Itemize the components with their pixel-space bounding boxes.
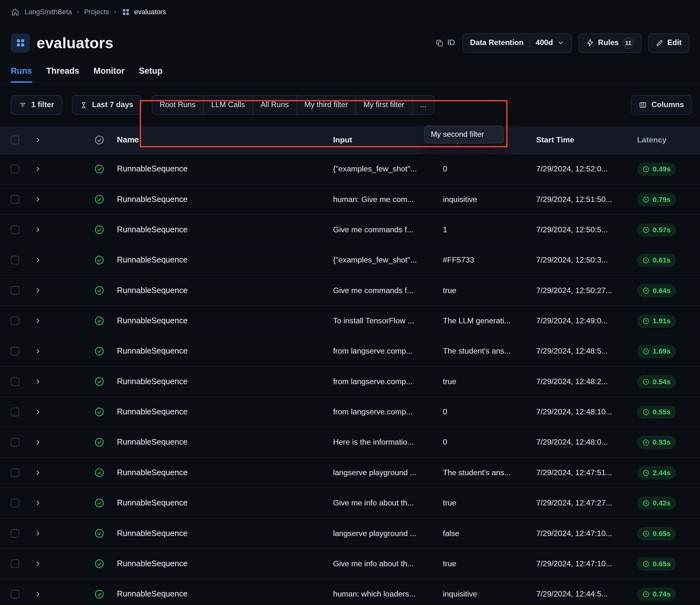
tab-runs[interactable]: Runs (11, 66, 32, 82)
table-row[interactable]: RunnableSequence from langserve.comp... … (0, 336, 700, 366)
expand-chevron-icon[interactable] (26, 591, 49, 598)
expand-chevron-icon[interactable] (26, 318, 49, 324)
row-checkbox[interactable] (11, 226, 19, 234)
row-checkbox[interactable] (11, 529, 19, 537)
row-checkbox[interactable] (11, 165, 19, 173)
expand-chevron-icon[interactable] (26, 196, 49, 202)
row-checkbox[interactable] (11, 590, 19, 598)
table-row[interactable]: RunnableSequence human: which loaders...… (0, 579, 700, 605)
table-row[interactable]: RunnableSequence Give me info about th..… (0, 549, 700, 579)
run-name[interactable]: RunnableSequence (114, 195, 333, 204)
success-status-icon (85, 164, 114, 174)
run-output: inquisitive (443, 589, 536, 599)
table-row[interactable]: RunnableSequence from langserve.comp... … (0, 366, 700, 397)
table-row[interactable]: RunnableSequence {"examples_few_shot"...… (0, 245, 700, 275)
table-row[interactable]: RunnableSequence Give me commands f... 1… (0, 215, 700, 245)
filters-button[interactable]: 1 filter (11, 95, 62, 115)
rules-button[interactable]: Rules 11 (578, 33, 642, 53)
expand-chevron-icon[interactable] (26, 469, 49, 476)
run-name[interactable]: RunnableSequence (114, 286, 333, 295)
run-name[interactable]: RunnableSequence (114, 225, 333, 235)
clock-icon (642, 196, 650, 203)
row-checkbox[interactable] (11, 438, 19, 446)
time-range-button[interactable]: Last 7 days (72, 95, 142, 115)
run-name[interactable]: RunnableSequence (114, 498, 333, 508)
table-row[interactable]: RunnableSequence Give me info about th..… (0, 488, 700, 518)
run-name[interactable]: RunnableSequence (114, 559, 333, 568)
filter-tab-root-runs[interactable]: Root Runs (152, 95, 203, 115)
run-name[interactable]: RunnableSequence (114, 256, 333, 265)
run-name[interactable]: RunnableSequence (114, 164, 333, 174)
row-checkbox[interactable] (11, 195, 19, 203)
row-checkbox[interactable] (11, 499, 19, 507)
columns-button[interactable]: Columns (631, 95, 692, 115)
filter-tab-llm-calls[interactable]: LLM Calls (203, 95, 253, 115)
row-checkbox[interactable] (11, 560, 19, 568)
home-icon[interactable] (11, 7, 20, 16)
run-name[interactable]: RunnableSequence (114, 377, 333, 386)
copy-id-button[interactable]: ID (435, 39, 455, 47)
tab-monitor[interactable]: Monitor (94, 66, 125, 82)
column-header-start-time[interactable]: Start Time (536, 135, 637, 145)
expand-chevron-icon[interactable] (26, 257, 49, 263)
edit-button[interactable]: Edit (648, 33, 689, 53)
table-row[interactable]: RunnableSequence langserve playground ..… (0, 518, 700, 549)
run-name[interactable]: RunnableSequence (114, 589, 333, 599)
column-header-latency[interactable]: Latency (637, 135, 700, 145)
filter-tab-all-runs[interactable]: All Runs (252, 95, 297, 115)
row-checkbox[interactable] (11, 468, 19, 477)
tab-setup[interactable]: Setup (139, 66, 162, 82)
run-name[interactable]: RunnableSequence (114, 407, 333, 416)
clock-icon (642, 226, 650, 234)
row-checkbox[interactable] (11, 377, 19, 386)
expand-chevron-icon[interactable] (26, 166, 49, 172)
latency-badge: 0.65s (637, 527, 676, 540)
breadcrumb-item-projects[interactable]: Projects (84, 8, 109, 16)
header-actions: ID Data Retention 400d Rules 11 (435, 33, 689, 53)
row-checkbox[interactable] (11, 317, 19, 325)
tab-threads[interactable]: Threads (46, 66, 79, 82)
filter-tab-my-third-filter[interactable]: My third filter (296, 95, 356, 115)
latency-value: 0.65s (653, 529, 671, 537)
expand-chevron-icon[interactable] (26, 348, 49, 355)
rules-count-badge: 11 (623, 37, 634, 48)
expand-chevron-icon[interactable] (26, 560, 49, 567)
expand-chevron-icon[interactable] (26, 409, 49, 415)
select-all-checkbox[interactable] (11, 136, 19, 144)
run-name[interactable]: RunnableSequence (114, 529, 333, 538)
run-start-time: 7/29/2024, 12:47:10... (536, 559, 637, 568)
table-row[interactable]: RunnableSequence {"examples_few_shot"...… (0, 154, 700, 184)
filter-tab-more-button[interactable]: ... (412, 95, 434, 115)
table-row[interactable]: RunnableSequence from langserve.comp... … (0, 397, 700, 427)
row-checkbox[interactable] (11, 286, 19, 295)
column-header-name[interactable]: Name (114, 135, 333, 145)
row-checkbox[interactable] (11, 256, 19, 264)
run-name[interactable]: RunnableSequence (114, 316, 333, 325)
expand-chevron-icon[interactable] (26, 500, 49, 506)
table-row[interactable]: RunnableSequence langserve playground ..… (0, 458, 700, 488)
expand-chevron-icon[interactable] (26, 439, 49, 445)
expand-chevron-icon[interactable] (26, 530, 49, 537)
row-checkbox[interactable] (11, 347, 19, 356)
row-checkbox[interactable] (11, 408, 19, 416)
expand-chevron-icon[interactable] (26, 378, 49, 385)
clock-icon (642, 560, 650, 567)
expand-all-chevron-icon[interactable] (26, 137, 49, 143)
latency-badge: 0.61s (637, 253, 676, 267)
data-retention-button[interactable]: Data Retention 400d (462, 33, 572, 53)
expand-chevron-icon[interactable] (26, 226, 49, 233)
table-row[interactable]: RunnableSequence To install TensorFlow .… (0, 306, 700, 336)
expand-chevron-icon[interactable] (26, 287, 49, 294)
table-row[interactable]: RunnableSequence human: Give me com... i… (0, 184, 700, 215)
table-row[interactable]: RunnableSequence Give me commands f... t… (0, 275, 700, 306)
dropdown-item-my-second-filter[interactable]: My second filter (431, 130, 484, 139)
project-grid-icon (11, 33, 30, 53)
run-name[interactable]: RunnableSequence (114, 468, 333, 477)
breadcrumb-item-org[interactable]: LangSmithBeta (25, 8, 72, 16)
breadcrumb-item-project[interactable]: evaluators (121, 7, 166, 16)
run-name[interactable]: RunnableSequence (114, 438, 333, 447)
latency-value: 0.61s (653, 256, 671, 264)
run-name[interactable]: RunnableSequence (114, 347, 333, 356)
filter-tab-my-first-filter[interactable]: My first filter (355, 95, 412, 115)
table-row[interactable]: RunnableSequence Here is the informatio.… (0, 427, 700, 458)
